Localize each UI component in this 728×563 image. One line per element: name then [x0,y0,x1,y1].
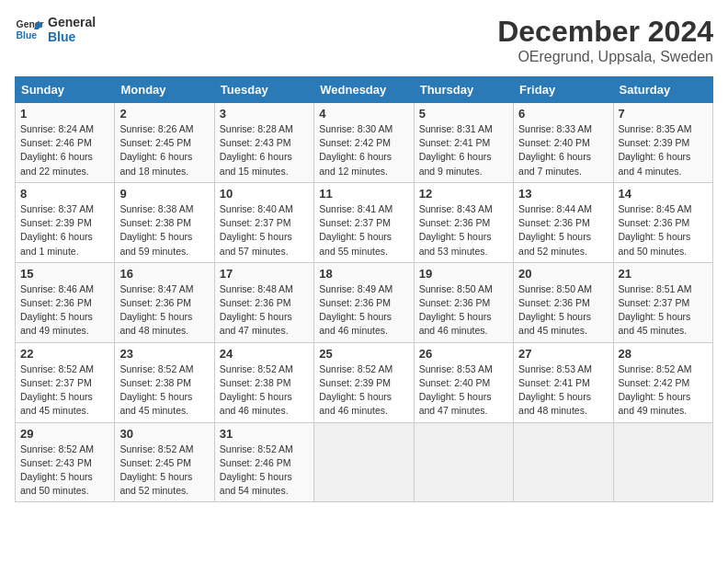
calendar-cell [414,422,513,502]
calendar-cell: 10Sunrise: 8:40 AM Sunset: 2:37 PM Dayli… [214,182,313,262]
day-info: Sunrise: 8:53 AM Sunset: 2:41 PM Dayligh… [518,362,608,419]
logo-icon: General Blue [15,15,44,44]
day-number: 10 [220,187,309,201]
day-number: 16 [119,267,209,281]
calendar-title: December 2024 [497,15,713,49]
calendar-cell: 23Sunrise: 8:52 AM Sunset: 2:38 PM Dayli… [115,342,214,422]
day-number: 4 [319,107,408,121]
day-info: Sunrise: 8:52 AM Sunset: 2:37 PM Dayligh… [20,362,109,419]
calendar-cell: 14Sunrise: 8:45 AM Sunset: 2:36 PM Dayli… [613,182,712,262]
day-info: Sunrise: 8:53 AM Sunset: 2:40 PM Dayligh… [419,362,508,419]
day-info: Sunrise: 8:44 AM Sunset: 2:36 PM Dayligh… [518,202,608,259]
logo-line2: Blue [48,29,96,44]
calendar-cell: 26Sunrise: 8:53 AM Sunset: 2:40 PM Dayli… [414,342,513,422]
day-info: Sunrise: 8:26 AM Sunset: 2:45 PM Dayligh… [119,122,209,178]
logo: General Blue General Blue [15,15,96,44]
calendar-table: SundayMondayTuesdayWednesdayThursdayFrid… [15,76,713,502]
header-saturday: Saturday [613,77,712,103]
day-info: Sunrise: 8:38 AM Sunset: 2:38 PM Dayligh… [119,202,209,259]
day-info: Sunrise: 8:49 AM Sunset: 2:36 PM Dayligh… [319,282,408,339]
week-row-2: 15Sunrise: 8:46 AM Sunset: 2:36 PM Dayli… [16,262,713,342]
week-row-1: 8Sunrise: 8:37 AM Sunset: 2:39 PM Daylig… [16,182,713,262]
calendar-cell: 13Sunrise: 8:44 AM Sunset: 2:36 PM Dayli… [514,182,613,262]
calendar-cell: 16Sunrise: 8:47 AM Sunset: 2:36 PM Dayli… [115,262,214,342]
day-number: 13 [518,187,608,201]
day-info: Sunrise: 8:35 AM Sunset: 2:39 PM Dayligh… [619,122,708,178]
calendar-cell: 20Sunrise: 8:50 AM Sunset: 2:36 PM Dayli… [514,262,613,342]
day-number: 25 [319,347,408,361]
day-number: 31 [220,427,309,441]
calendar-body: 1Sunrise: 8:24 AM Sunset: 2:46 PM Daylig… [16,103,713,502]
day-info: Sunrise: 8:51 AM Sunset: 2:37 PM Dayligh… [619,282,708,339]
day-number: 9 [119,187,209,201]
calendar-cell: 24Sunrise: 8:52 AM Sunset: 2:38 PM Dayli… [214,342,313,422]
day-number: 27 [518,347,608,361]
day-number: 5 [419,107,508,121]
calendar-cell: 18Sunrise: 8:49 AM Sunset: 2:36 PM Dayli… [314,262,414,342]
day-number: 2 [119,107,209,121]
week-row-0: 1Sunrise: 8:24 AM Sunset: 2:46 PM Daylig… [16,103,713,183]
day-info: Sunrise: 8:52 AM Sunset: 2:43 PM Dayligh… [20,442,109,499]
calendar-subtitle: OEregrund, Uppsala, Sweden [497,49,713,65]
header-monday: Monday [115,77,214,103]
day-number: 30 [119,427,209,441]
header-sunday: Sunday [16,77,115,103]
day-info: Sunrise: 8:28 AM Sunset: 2:43 PM Dayligh… [220,122,309,178]
day-info: Sunrise: 8:52 AM Sunset: 2:38 PM Dayligh… [119,362,209,419]
day-number: 23 [119,347,209,361]
calendar-cell: 2Sunrise: 8:26 AM Sunset: 2:45 PM Daylig… [115,103,214,183]
calendar-header-row: SundayMondayTuesdayWednesdayThursdayFrid… [16,77,713,103]
calendar-cell: 21Sunrise: 8:51 AM Sunset: 2:37 PM Dayli… [613,262,712,342]
calendar-cell: 19Sunrise: 8:50 AM Sunset: 2:36 PM Dayli… [414,262,513,342]
calendar-cell: 8Sunrise: 8:37 AM Sunset: 2:39 PM Daylig… [16,182,115,262]
calendar-cell: 22Sunrise: 8:52 AM Sunset: 2:37 PM Dayli… [16,342,115,422]
day-number: 19 [419,267,508,281]
day-number: 1 [20,107,109,121]
day-info: Sunrise: 8:48 AM Sunset: 2:36 PM Dayligh… [220,282,309,339]
day-info: Sunrise: 8:41 AM Sunset: 2:37 PM Dayligh… [319,202,408,259]
calendar-cell: 12Sunrise: 8:43 AM Sunset: 2:36 PM Dayli… [414,182,513,262]
calendar-cell: 5Sunrise: 8:31 AM Sunset: 2:41 PM Daylig… [414,103,513,183]
week-row-4: 29Sunrise: 8:52 AM Sunset: 2:43 PM Dayli… [16,422,713,502]
day-info: Sunrise: 8:52 AM Sunset: 2:38 PM Dayligh… [220,362,309,419]
header-tuesday: Tuesday [214,77,313,103]
day-info: Sunrise: 8:47 AM Sunset: 2:36 PM Dayligh… [119,282,209,339]
day-info: Sunrise: 8:52 AM Sunset: 2:39 PM Dayligh… [319,362,408,419]
day-number: 15 [20,267,109,281]
day-number: 12 [419,187,508,201]
day-info: Sunrise: 8:37 AM Sunset: 2:39 PM Dayligh… [20,202,109,259]
day-number: 29 [20,427,109,441]
calendar-cell [514,422,613,502]
calendar-cell: 31Sunrise: 8:52 AM Sunset: 2:46 PM Dayli… [214,422,313,502]
day-info: Sunrise: 8:50 AM Sunset: 2:36 PM Dayligh… [419,282,508,339]
header-friday: Friday [514,77,613,103]
calendar-cell: 27Sunrise: 8:53 AM Sunset: 2:41 PM Dayli… [514,342,613,422]
day-info: Sunrise: 8:50 AM Sunset: 2:36 PM Dayligh… [518,282,608,339]
day-info: Sunrise: 8:43 AM Sunset: 2:36 PM Dayligh… [419,202,508,259]
day-number: 21 [619,267,708,281]
title-block: December 2024 OEregrund, Uppsala, Sweden [497,15,713,65]
calendar-cell: 11Sunrise: 8:41 AM Sunset: 2:37 PM Dayli… [314,182,414,262]
day-number: 22 [20,347,109,361]
day-number: 26 [419,347,508,361]
svg-text:Blue: Blue [17,30,38,40]
calendar-cell: 1Sunrise: 8:24 AM Sunset: 2:46 PM Daylig… [16,103,115,183]
day-info: Sunrise: 8:45 AM Sunset: 2:36 PM Dayligh… [619,202,708,259]
day-info: Sunrise: 8:31 AM Sunset: 2:41 PM Dayligh… [419,122,508,178]
calendar-cell: 4Sunrise: 8:30 AM Sunset: 2:42 PM Daylig… [314,103,414,183]
day-info: Sunrise: 8:46 AM Sunset: 2:36 PM Dayligh… [20,282,109,339]
day-number: 17 [220,267,309,281]
calendar-cell: 15Sunrise: 8:46 AM Sunset: 2:36 PM Dayli… [16,262,115,342]
header-wednesday: Wednesday [314,77,414,103]
day-info: Sunrise: 8:30 AM Sunset: 2:42 PM Dayligh… [319,122,408,178]
day-number: 8 [20,187,109,201]
day-number: 11 [319,187,408,201]
calendar-cell: 6Sunrise: 8:33 AM Sunset: 2:40 PM Daylig… [514,103,613,183]
day-number: 18 [319,267,408,281]
day-number: 6 [518,107,608,121]
day-info: Sunrise: 8:52 AM Sunset: 2:42 PM Dayligh… [619,362,708,419]
day-number: 28 [619,347,708,361]
day-info: Sunrise: 8:52 AM Sunset: 2:46 PM Dayligh… [220,442,309,499]
day-info: Sunrise: 8:24 AM Sunset: 2:46 PM Dayligh… [20,122,109,178]
page-header: General Blue General Blue December 2024 … [15,15,713,65]
